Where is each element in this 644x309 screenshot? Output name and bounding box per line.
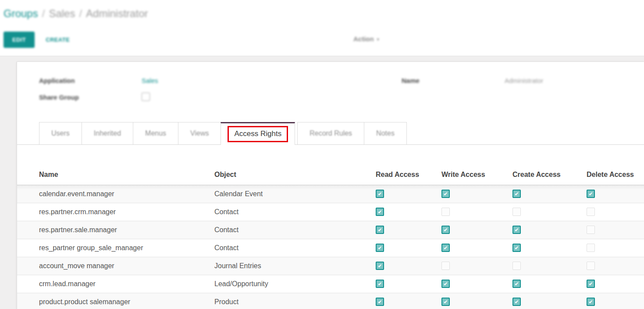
- create-access-cell: ✔: [512, 275, 587, 293]
- name-label: Name: [402, 77, 420, 84]
- table-row[interactable]: res.partner.crm.managerContact✔: [17, 203, 644, 221]
- delete-access-checkbox[interactable]: [587, 262, 595, 270]
- action-dropdown[interactable]: Action▾: [353, 35, 379, 43]
- write-access-checkbox[interactable]: ✔: [441, 280, 450, 288]
- column-header-write[interactable]: Write Access: [441, 165, 512, 185]
- cell-object: Lead/Opportunity: [214, 275, 376, 293]
- cell-object: Journal Entries: [214, 257, 376, 275]
- action-label: Action: [353, 35, 374, 43]
- breadcrumb: Groups/Sales/Administrator: [4, 7, 644, 20]
- tab-menus[interactable]: Menus: [133, 122, 178, 144]
- application-value-link[interactable]: Sales: [142, 77, 158, 84]
- tab-bar: UsersInheritedMenusViewsAccess RightsRec…: [17, 122, 644, 145]
- write-access-checkbox[interactable]: ✔: [441, 244, 450, 252]
- checkmark-icon: ✔: [377, 227, 382, 233]
- tab-notes[interactable]: Notes: [364, 122, 407, 144]
- table-row[interactable]: res_partner group_sale_managerContact✔✔✔: [17, 239, 644, 257]
- delete-access-checkbox[interactable]: ✔: [587, 280, 595, 288]
- write-access-checkbox[interactable]: [441, 208, 450, 216]
- checkmark-icon: ✔: [443, 281, 448, 287]
- cell-name: crm.lead.manager: [17, 275, 214, 293]
- tab-views[interactable]: Views: [178, 122, 221, 144]
- column-header-delete[interactable]: Delete Access: [587, 165, 644, 185]
- tab-label: Users: [51, 129, 70, 137]
- column-header-object[interactable]: Object: [214, 165, 376, 185]
- read-access-checkbox[interactable]: ✔: [376, 244, 384, 252]
- create-access-checkbox[interactable]: [512, 208, 521, 216]
- tab-access-rights[interactable]: Access Rights: [221, 122, 295, 145]
- write-access-cell: ✔: [441, 239, 512, 257]
- read-access-checkbox[interactable]: ✔: [376, 190, 384, 198]
- tab-label: Menus: [145, 129, 166, 137]
- application-label: Application: [39, 77, 75, 84]
- tab-record-rules[interactable]: Record Rules: [297, 122, 364, 144]
- checkmark-icon: ✔: [443, 299, 448, 305]
- breadcrumb-sales[interactable]: Sales: [49, 7, 75, 19]
- write-access-cell: ✔: [441, 185, 512, 203]
- column-header-name[interactable]: Name: [17, 165, 214, 185]
- create-button[interactable]: CREATE: [46, 36, 70, 43]
- share-group-checkbox[interactable]: [142, 93, 150, 101]
- column-header-create[interactable]: Create Access: [512, 165, 587, 185]
- checkmark-icon: ✔: [377, 299, 382, 305]
- button-row: EDIT CREATE: [4, 32, 644, 48]
- edit-button[interactable]: EDIT: [4, 32, 35, 48]
- delete-access-cell: ✔: [587, 185, 644, 203]
- tab-label: Record Rules: [310, 129, 352, 137]
- read-access-cell: ✔: [376, 239, 441, 257]
- write-access-cell: ✔: [441, 293, 512, 309]
- write-access-checkbox[interactable]: ✔: [441, 190, 450, 198]
- create-access-cell: ✔: [512, 239, 587, 257]
- breadcrumb-separator: /: [42, 7, 45, 19]
- read-access-checkbox[interactable]: ✔: [376, 298, 384, 306]
- write-access-checkbox[interactable]: ✔: [441, 298, 450, 306]
- delete-access-checkbox[interactable]: ✔: [587, 298, 595, 306]
- read-access-checkbox[interactable]: ✔: [376, 280, 384, 288]
- cell-object: Calendar Event: [214, 185, 376, 203]
- tab-users[interactable]: Users: [39, 122, 82, 144]
- create-access-checkbox[interactable]: ✔: [512, 244, 521, 252]
- table-row[interactable]: res.partner.sale.managerContact✔✔✔: [17, 221, 644, 239]
- create-access-checkbox[interactable]: ✔: [512, 298, 521, 306]
- create-access-checkbox[interactable]: ✔: [512, 190, 521, 198]
- checkmark-icon: ✔: [443, 227, 448, 233]
- read-access-cell: ✔: [376, 203, 441, 221]
- table-row[interactable]: account_move managerJournal Entries✔: [17, 257, 644, 275]
- delete-access-checkbox[interactable]: [587, 208, 595, 216]
- cell-name: calendar.event.manager: [17, 185, 214, 203]
- table-row[interactable]: calendar.event.managerCalendar Event✔✔✔✔: [17, 185, 644, 203]
- write-access-checkbox[interactable]: ✔: [441, 226, 450, 234]
- delete-access-checkbox[interactable]: [587, 244, 595, 252]
- table-row[interactable]: crm.lead.managerLead/Opportunity✔✔✔✔: [17, 275, 644, 293]
- checkmark-icon: ✔: [514, 281, 519, 287]
- create-access-checkbox[interactable]: [512, 262, 521, 270]
- cell-name: product.product salemanager: [17, 293, 214, 309]
- column-header-read[interactable]: Read Access: [376, 165, 441, 185]
- delete-access-cell: ✔: [587, 275, 644, 293]
- checkmark-icon: ✔: [443, 245, 448, 251]
- delete-access-cell: ✔: [587, 293, 644, 309]
- create-access-checkbox[interactable]: ✔: [512, 280, 521, 288]
- read-access-cell: ✔: [376, 221, 441, 239]
- create-access-checkbox[interactable]: ✔: [512, 226, 521, 234]
- read-access-checkbox[interactable]: ✔: [376, 226, 384, 234]
- delete-access-checkbox[interactable]: [587, 226, 595, 234]
- breadcrumb-groups[interactable]: Groups: [4, 7, 38, 19]
- tab-inherited[interactable]: Inherited: [82, 122, 133, 144]
- tab-label: Inherited: [94, 129, 121, 137]
- control-panel: Groups/Sales/Administrator EDIT CREATE A…: [0, 0, 644, 56]
- checkmark-icon: ✔: [377, 281, 382, 287]
- cell-object: Contact: [214, 203, 376, 221]
- table-row[interactable]: product.product salemanagerProduct✔✔✔✔: [17, 293, 644, 309]
- read-access-checkbox[interactable]: ✔: [376, 208, 384, 216]
- write-access-checkbox[interactable]: [441, 262, 450, 270]
- tab-label: Notes: [376, 129, 395, 137]
- create-access-cell: ✔: [512, 293, 587, 309]
- table-header: Name Object Read Access Write Access Cre…: [17, 165, 644, 185]
- delete-access-checkbox[interactable]: ✔: [587, 190, 595, 198]
- create-access-cell: [512, 257, 587, 275]
- write-access-cell: [441, 203, 512, 221]
- read-access-checkbox[interactable]: ✔: [376, 262, 384, 270]
- checkmark-icon: ✔: [514, 227, 519, 233]
- checkmark-icon: ✔: [377, 191, 382, 197]
